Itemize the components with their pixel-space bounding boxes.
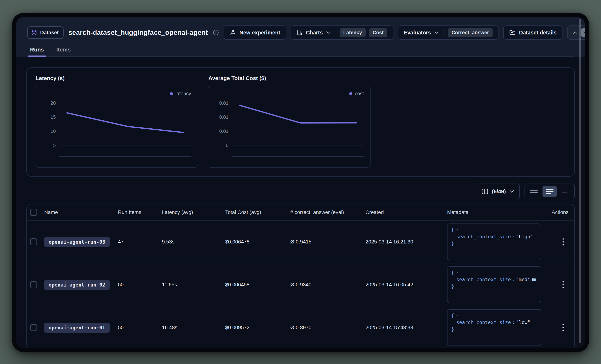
svg-text:20: 20 bbox=[50, 100, 56, 106]
correct-answer-value: Ø 0.9415 bbox=[290, 239, 366, 245]
row-height-tall-option[interactable] bbox=[558, 186, 572, 197]
legend-dot bbox=[349, 92, 352, 95]
run-items-value: 50 bbox=[118, 282, 162, 287]
legend-label: cost bbox=[355, 91, 364, 96]
latency-value: 16.48s bbox=[162, 325, 225, 330]
row-checkbox[interactable] bbox=[30, 281, 37, 288]
created-value: 2025-03-14 16:21:30 bbox=[366, 239, 447, 245]
svg-text:0.01: 0.01 bbox=[219, 114, 229, 120]
folder-icon bbox=[509, 29, 516, 36]
app-window-content: Dataset search-dataset_huggingface_opena… bbox=[16, 17, 585, 348]
page-title: search-dataset_huggingface_openai-agent bbox=[68, 29, 208, 37]
cost-chart-group: Average Total Cost ($) 0.010.010.010cost bbox=[208, 75, 371, 168]
chevron-down-icon bbox=[326, 31, 331, 34]
collapse-chevron-icon[interactable] bbox=[455, 272, 458, 274]
collapse-chevron-icon[interactable] bbox=[455, 315, 458, 316]
table-controls: (6/49) bbox=[26, 183, 575, 199]
dataset-badge-label: Dataset bbox=[40, 30, 59, 36]
svg-text:10: 10 bbox=[50, 128, 56, 134]
row-checkbox[interactable] bbox=[30, 238, 37, 245]
table-row: openai-agent-run-02 50 11.65s $0.006458 … bbox=[27, 263, 574, 306]
table-row: openai-agent-run-03 47 9.53s $0.006478 Ø… bbox=[27, 220, 574, 263]
tab-runs[interactable]: Runs bbox=[28, 45, 46, 57]
svg-text:0: 0 bbox=[226, 143, 229, 148]
bar-chart-icon bbox=[297, 30, 303, 36]
row-height-compact-option[interactable] bbox=[527, 186, 541, 197]
run-name-chip[interactable]: openai-agent-run-02 bbox=[44, 280, 110, 290]
latency-chart: 2015105latency bbox=[35, 86, 198, 168]
cost-chart-title: Average Total Cost ($) bbox=[208, 75, 371, 81]
collapse-chevron-icon[interactable] bbox=[455, 229, 458, 231]
evaluator-chip-correct-answer[interactable]: Correct_answer bbox=[448, 28, 493, 37]
svg-text:15: 15 bbox=[50, 114, 56, 120]
divider bbox=[335, 29, 335, 37]
metadata-json[interactable]: { search_context_size: "high" } bbox=[447, 223, 541, 260]
column-visibility-button[interactable]: (6/49) bbox=[476, 183, 520, 199]
table-row: openai-agent-run-01 50 16.48s $0.009572 … bbox=[27, 306, 574, 348]
avatar-k: K bbox=[581, 29, 585, 37]
legend-label: latency bbox=[175, 91, 191, 96]
total-cost-value: $0.006478 bbox=[225, 239, 290, 245]
select-all-checkbox[interactable] bbox=[30, 209, 37, 216]
column-header-created[interactable]: Created bbox=[366, 209, 447, 215]
column-header-name[interactable]: Name bbox=[44, 209, 118, 215]
latency-value: 9.53s bbox=[162, 239, 225, 245]
dataset-details-button[interactable]: Dataset details bbox=[503, 26, 562, 40]
rows-compact-icon bbox=[530, 188, 538, 195]
run-name-chip[interactable]: openai-agent-run-03 bbox=[44, 237, 110, 247]
chevron-up-icon bbox=[573, 31, 578, 34]
row-actions-kebab[interactable] bbox=[562, 238, 564, 246]
chart-legend: latency bbox=[170, 91, 191, 96]
chart-chip-cost[interactable]: Cost bbox=[369, 28, 387, 37]
row-checkbox[interactable] bbox=[30, 324, 37, 331]
metadata-json[interactable]: { search_context_size: "medium" } bbox=[447, 266, 541, 303]
column-header-correct-answer[interactable]: # correct_answer (eval) bbox=[290, 209, 366, 215]
latency-value: 11.65s bbox=[162, 282, 225, 287]
run-name-chip[interactable]: openai-agent-run-01 bbox=[44, 323, 110, 333]
charts-button[interactable]: Charts Latency Cost bbox=[291, 26, 393, 40]
header-row: Dataset search-dataset_huggingface_opena… bbox=[27, 25, 574, 40]
created-value: 2025-03-14 15:48:33 bbox=[366, 325, 447, 330]
new-experiment-label: New experiment bbox=[240, 30, 280, 36]
collapse-user-k-button[interactable]: K bbox=[567, 26, 585, 40]
legend-dot bbox=[170, 92, 173, 95]
total-cost-value: $0.006458 bbox=[225, 282, 290, 287]
scrollbar[interactable] bbox=[580, 19, 581, 343]
chart-legend: cost bbox=[349, 91, 364, 96]
correct-answer-value: Ø 0.8970 bbox=[290, 325, 366, 330]
row-height-medium-option[interactable] bbox=[542, 186, 557, 197]
latency-chart-title: Latency (s) bbox=[36, 75, 198, 81]
column-header-actions: Actions bbox=[552, 209, 574, 215]
row-actions-kebab[interactable] bbox=[562, 281, 564, 288]
svg-text:0.01: 0.01 bbox=[219, 128, 229, 134]
column-header-metadata[interactable]: Metadata bbox=[447, 209, 552, 215]
row-height-toggle bbox=[524, 183, 575, 199]
chevron-down-icon bbox=[510, 190, 514, 193]
svg-text:0.01: 0.01 bbox=[219, 100, 229, 106]
metadata-json[interactable]: { search_context_size: "low" } bbox=[447, 309, 541, 346]
svg-text:5: 5 bbox=[53, 143, 56, 148]
column-count-label: (6/49) bbox=[492, 189, 506, 195]
column-header-run-items[interactable]: Run Items bbox=[118, 209, 162, 215]
header: Dataset search-dataset_huggingface_opena… bbox=[16, 17, 585, 57]
tab-items[interactable]: Items bbox=[54, 45, 73, 57]
chart-chip-latency[interactable]: Latency bbox=[340, 28, 366, 37]
latency-chart-group: Latency (s) 2015105latency bbox=[35, 75, 198, 168]
created-value: 2025-03-14 16:05:42 bbox=[366, 282, 447, 287]
column-header-latency[interactable]: Latency (avg) bbox=[162, 209, 225, 215]
desktop-background: Dataset search-dataset_huggingface_opena… bbox=[0, 0, 601, 364]
info-icon[interactable] bbox=[213, 29, 219, 36]
evaluators-button[interactable]: Evaluators Correct_answer bbox=[398, 26, 499, 40]
app-window: Dataset search-dataset_huggingface_opena… bbox=[12, 13, 589, 352]
new-experiment-button[interactable]: New experiment bbox=[224, 26, 286, 40]
row-actions-kebab[interactable] bbox=[562, 324, 564, 331]
runs-table: Name Run Items Latency (avg) Total Cost … bbox=[26, 204, 575, 348]
flask-icon bbox=[230, 29, 236, 36]
table-header-row: Name Run Items Latency (avg) Total Cost … bbox=[27, 204, 574, 220]
charts-panel: Latency (s) 2015105latency Average Total… bbox=[26, 67, 575, 177]
run-items-value: 50 bbox=[118, 325, 162, 330]
dataset-badge: Dataset bbox=[27, 26, 64, 39]
dataset-details-label: Dataset details bbox=[519, 30, 557, 36]
column-header-total-cost[interactable]: Total Cost (avg) bbox=[225, 209, 290, 215]
charts-button-label: Charts bbox=[306, 30, 323, 36]
